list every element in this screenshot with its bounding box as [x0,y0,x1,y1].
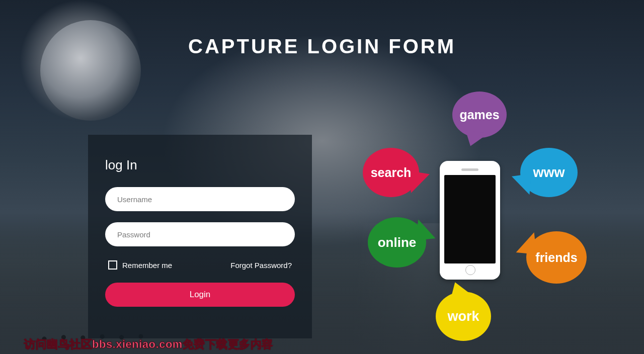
phone-illustration [440,161,500,280]
phone-speaker-icon [461,168,478,171]
remember-me-label: Remember me [122,261,172,270]
checkbox-icon [108,260,117,270]
login-heading: log In [105,157,295,173]
bubble-work: work [436,292,491,341]
bubble-tail-icon [463,130,489,148]
bubble-www: www [520,148,578,197]
username-input[interactable] [105,187,295,211]
bubble-search-label: search [363,165,419,180]
bubble-search: search [363,148,419,197]
login-button[interactable]: Login [105,283,295,307]
password-input[interactable] [105,222,295,246]
bubble-friends: friends [526,231,587,284]
remember-me-checkbox[interactable]: Remember me [108,260,172,270]
bubble-games-label: games [452,108,507,122]
bubble-tail-icon [449,281,473,299]
bubble-work-label: work [436,309,491,324]
bubble-online: online [368,217,426,268]
bubble-friends-label: friends [526,250,587,265]
page-title: CAPTURE LOGIN FORM [0,35,644,58]
bubble-www-label: www [520,165,578,181]
bubble-online-label: online [368,235,426,250]
bubble-games: games [452,92,507,138]
forgot-password-link[interactable]: Forgot Password? [230,261,292,270]
login-card: log In Remember me Forgot Password? Logi… [88,135,312,338]
footer-watermark: 访问幽鸟社区bbs.xieniao.com免费下载更多内容 [24,337,273,352]
page-background: CAPTURE LOGIN FORM log In Remember me Fo… [0,0,644,354]
